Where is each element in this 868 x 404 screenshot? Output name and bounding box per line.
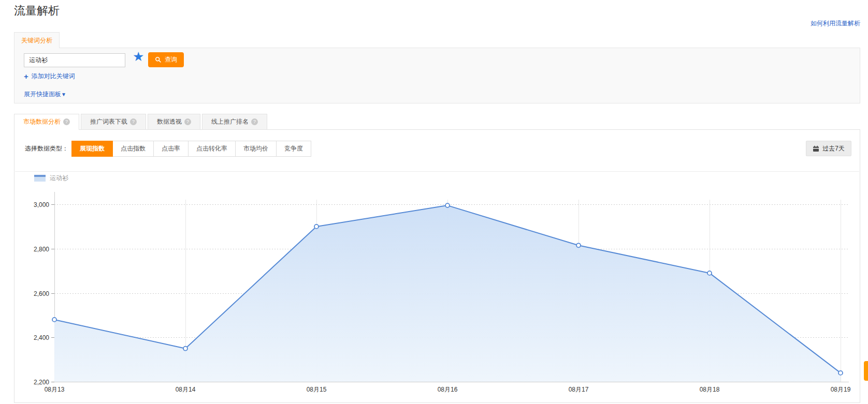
data-type-market-avg-price[interactable]: 市场均价 <box>235 141 277 157</box>
x-axis-label: 08月13 <box>45 386 65 393</box>
data-point[interactable] <box>445 203 450 207</box>
tab-promo-wordlist-download[interactable]: 推广词表下载? <box>81 114 146 130</box>
help-icon[interactable]: ? <box>251 118 258 125</box>
data-type-impression-index[interactable]: 展现指数 <box>71 141 113 157</box>
data-point[interactable] <box>314 225 319 229</box>
y-axis-label: 2,800 <box>34 246 49 253</box>
help-icon[interactable]: ? <box>63 118 70 125</box>
tab-online-promo-ranking[interactable]: 线上推广排名? <box>202 114 267 130</box>
data-type-click-rate[interactable]: 点击率 <box>153 141 189 157</box>
line-chart[interactable]: 2,2002,4002,6002,8003,00008月1308月1408月15… <box>21 184 855 396</box>
tab-label: 数据透视 <box>157 118 182 125</box>
series-area-fill <box>54 205 841 382</box>
how-to-use-link[interactable]: 如何利用流量解析 <box>811 19 860 28</box>
calendar-icon <box>813 145 819 152</box>
analysis-tab-bar: 市场数据分析? 推广词表下载? 数据透视? 线上推广排名? <box>14 114 267 130</box>
market-data-panel: 选择数据类型： 展现指数 点击指数 点击率 点击转化率 市场均价 竞争度 过去7… <box>14 129 860 403</box>
tab-market-data-analysis[interactable]: 市场数据分析? <box>14 114 79 130</box>
x-axis-label: 08月14 <box>176 386 196 393</box>
y-axis-label: 3,000 <box>34 201 49 208</box>
toolbar-separator <box>15 171 859 172</box>
date-range-label: 过去7天 <box>822 144 845 153</box>
add-compare-keyword-label: 添加对比关键词 <box>32 72 75 81</box>
tab-label: 线上推广排名 <box>211 118 249 125</box>
data-type-toolbar: 选择数据类型： 展现指数 点击指数 点击率 点击转化率 市场均价 竞争度 <box>25 141 311 157</box>
expand-quick-panel-link[interactable]: 展开快捷面板▼ <box>24 90 66 99</box>
feedback-button-partial[interactable] <box>864 361 868 381</box>
y-axis-label: 2,400 <box>34 334 49 341</box>
data-point[interactable] <box>707 271 712 275</box>
tab-keyword-analysis[interactable]: 关键词分析 <box>14 32 60 48</box>
data-point[interactable] <box>838 371 843 375</box>
search-icon <box>155 56 162 63</box>
keyword-input[interactable] <box>24 53 125 67</box>
data-point[interactable] <box>576 243 581 247</box>
data-type-conversion-rate[interactable]: 点击转化率 <box>188 141 236 157</box>
legend-item[interactable]: 运动衫 <box>34 174 68 183</box>
query-button[interactable]: 查询 <box>148 52 184 67</box>
favorite-star-icon[interactable]: ★ <box>133 49 144 64</box>
chevron-down-icon: ▼ <box>61 92 66 97</box>
help-icon[interactable]: ? <box>184 118 191 125</box>
chart-canvas[interactable]: 2,2002,4002,6002,8003,00008月1308月1408月15… <box>21 184 855 396</box>
data-type-label: 选择数据类型： <box>25 144 68 153</box>
data-type-competition[interactable]: 竞争度 <box>276 141 311 157</box>
x-axis-label: 08月15 <box>307 386 327 393</box>
data-type-click-index[interactable]: 点击指数 <box>112 141 154 157</box>
y-axis-label: 2,200 <box>34 379 49 386</box>
traffic-analysis-page: 流量解析 如何利用流量解析 关键词分析 ★ 查询 + 添加对比关键词 展开快捷面… <box>0 0 868 404</box>
tab-label: 市场数据分析 <box>23 118 61 125</box>
x-axis-label: 08月18 <box>700 386 720 393</box>
date-range-button[interactable]: 过去7天 <box>806 141 851 156</box>
help-icon[interactable]: ? <box>130 118 137 125</box>
legend-swatch <box>34 175 46 182</box>
y-axis-label: 2,600 <box>34 290 49 297</box>
plus-icon: + <box>24 72 28 81</box>
x-axis-label: 08月16 <box>438 386 458 393</box>
tab-data-pivot[interactable]: 数据透视? <box>148 114 200 130</box>
page-title: 流量解析 <box>14 3 60 19</box>
data-point[interactable] <box>52 318 56 322</box>
tab-label: 推广词表下载 <box>90 118 127 125</box>
x-axis-label: 08月19 <box>831 386 851 393</box>
add-compare-keyword-link[interactable]: + 添加对比关键词 <box>24 72 75 81</box>
data-point[interactable] <box>183 347 187 351</box>
query-button-label: 查询 <box>165 55 177 64</box>
keyword-panel: ★ 查询 + 添加对比关键词 展开快捷面板▼ <box>14 48 860 103</box>
legend-label: 运动衫 <box>50 174 68 183</box>
expand-quick-panel-label: 展开快捷面板 <box>24 91 61 98</box>
x-axis-label: 08月17 <box>569 386 589 393</box>
